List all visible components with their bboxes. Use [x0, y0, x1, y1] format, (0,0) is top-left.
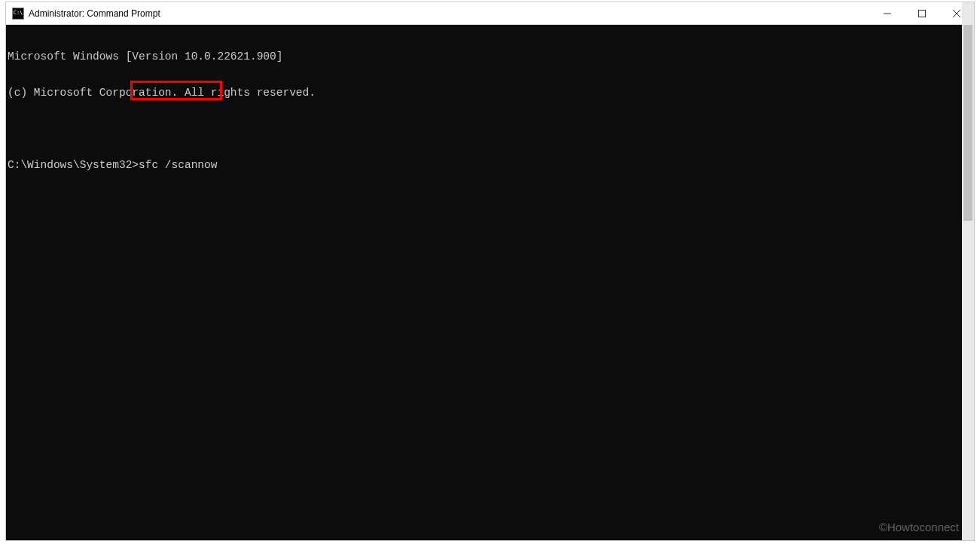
scrollbar-thumb[interactable]	[963, 25, 972, 221]
watermark-text: ©Howtoconnect	[879, 521, 959, 533]
terminal-command: sfc /scannow	[139, 159, 217, 171]
terminal-area[interactable]: Microsoft Windows [Version 10.0.22621.90…	[6, 25, 974, 540]
minimize-button[interactable]	[870, 2, 905, 24]
minimize-icon	[884, 10, 891, 17]
cmd-icon: C:\	[12, 8, 24, 20]
terminal-header-line-2: (c) Microsoft Corporation. All rights re…	[8, 87, 974, 99]
window-controls	[870, 2, 974, 24]
cmd-icon-label: C:\	[14, 11, 23, 16]
window-title: Administrator: Command Prompt	[29, 8, 870, 19]
maximize-button[interactable]	[905, 2, 939, 24]
titlebar[interactable]: C:\ Administrator: Command Prompt	[6, 2, 974, 25]
terminal-blank-line	[8, 123, 974, 135]
terminal-header-line-1: Microsoft Windows [Version 10.0.22621.90…	[8, 50, 974, 63]
maximize-icon	[918, 10, 926, 17]
terminal-prompt-line: C:\Windows\System32>sfc /scannow	[8, 159, 974, 171]
cmd-window: C:\ Administrator: Command Prompt Micros…	[5, 2, 975, 541]
svg-rect-1	[919, 10, 926, 17]
terminal-prompt: C:\Windows\System32>	[8, 159, 139, 171]
close-icon	[953, 10, 960, 17]
window-scrollbar[interactable]	[962, 2, 974, 540]
